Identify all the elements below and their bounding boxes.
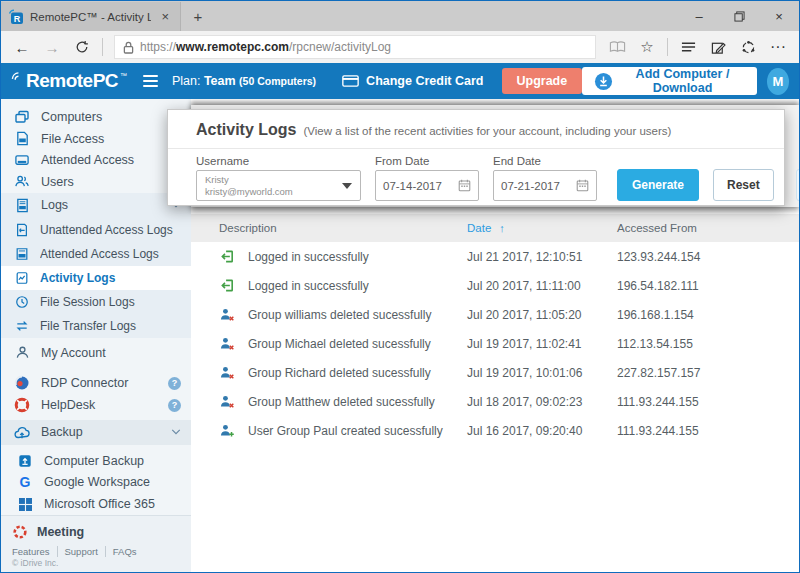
sidebar-item-activity-logs[interactable]: Activity Logs xyxy=(1,266,191,290)
row-accessed-from: 196.168.1.154 xyxy=(617,308,799,322)
from-date-input[interactable]: 07-14-2017 xyxy=(375,170,479,201)
sidebar-item-users[interactable]: Users xyxy=(1,171,191,193)
my-account-icon xyxy=(14,345,30,361)
login-icon xyxy=(219,278,235,294)
row-accessed-from: 111.93.244.155 xyxy=(617,424,799,438)
column-header-description[interactable]: Description xyxy=(219,222,467,234)
download-circle-icon xyxy=(594,72,613,91)
sidebar-item-rdp-connector[interactable]: RDP Connector ? xyxy=(1,373,191,395)
row-date: Jul 16 2017, 09:20:40 xyxy=(467,424,617,438)
remotepc-logo: RemotePC ™ xyxy=(11,70,127,92)
sidebar-item-computers[interactable]: Computers xyxy=(1,106,191,128)
computer-backup-icon xyxy=(17,453,33,469)
table-row: Group Michael deleted sucessfullyJul 19 … xyxy=(191,329,799,358)
hub-icon[interactable] xyxy=(675,34,701,60)
help-question-icon[interactable]: ? xyxy=(168,377,181,390)
back-icon[interactable]: ← xyxy=(9,34,35,60)
url-field[interactable]: https://www.remotepc.com/rpcnew/activity… xyxy=(114,35,596,59)
microsoft-office-icon xyxy=(17,496,33,512)
web-note-icon[interactable] xyxy=(705,34,731,60)
sidebar-group-backup: Backup xyxy=(1,420,191,445)
sidebar-item-file-transfer-logs[interactable]: File Transfer Logs xyxy=(1,314,191,338)
sidebar-item-meeting[interactable]: Meeting xyxy=(1,522,191,542)
sidebar-item-attended-access[interactable]: Attended Access xyxy=(1,149,191,171)
help-question-icon[interactable]: ? xyxy=(168,399,181,412)
footer-link-faqs[interactable]: FAQs xyxy=(105,546,144,557)
app-header: RemotePC ™ Plan: Team (50 Computers) Cha… xyxy=(1,63,799,99)
end-date-value: 07-21-2017 xyxy=(501,180,572,192)
row-description: Group williams deleted sucessfully xyxy=(248,308,431,322)
file-transfer-logs-icon xyxy=(14,318,29,333)
chevron-down-icon xyxy=(171,428,181,436)
sidebar-group-logs: Logs Unattended Access Logs Attended Acc… xyxy=(1,193,191,338)
calendar-icon[interactable] xyxy=(576,179,589,192)
new-tab-button[interactable]: + xyxy=(181,2,215,31)
svg-text:R: R xyxy=(14,13,21,23)
table-body: Logged in successfullyJul 21 2017, 12:10… xyxy=(191,242,799,445)
sidebar-item-helpdesk[interactable]: HelpDesk ? xyxy=(1,394,191,416)
sidebar-item-unattended-access-logs[interactable]: Unattended Access Logs xyxy=(1,218,191,242)
computers-icon xyxy=(14,109,30,125)
forward-icon[interactable]: → xyxy=(39,34,65,60)
user-avatar[interactable]: M xyxy=(767,68,789,95)
footer-link-features[interactable]: Features xyxy=(12,546,57,557)
url-text: https://www.remotepc.com/rpcnew/activity… xyxy=(140,40,391,54)
sidebar-item-computer-backup[interactable]: Computer Backup xyxy=(1,450,191,472)
change-credit-card-button[interactable]: Change Credit Card xyxy=(342,74,483,88)
column-header-accessed-from[interactable]: Accessed From xyxy=(617,222,799,234)
upgrade-button[interactable]: Upgrade xyxy=(502,68,583,94)
group-deleted-icon xyxy=(219,365,235,381)
reset-button[interactable]: Reset xyxy=(713,169,774,201)
sidebar-item-attended-access-logs[interactable]: Attended Access Logs xyxy=(1,242,191,266)
favorites-star-icon[interactable]: ☆ xyxy=(634,34,660,60)
plan-info: Plan: Team (50 Computers) xyxy=(172,74,316,88)
maximize-button[interactable] xyxy=(719,1,759,31)
row-accessed-from: 227.82.157.157 xyxy=(617,366,799,380)
calendar-icon[interactable] xyxy=(458,179,471,192)
sidebar-item-logs[interactable]: Logs xyxy=(1,193,191,218)
row-description: Group Michael deleted sucessfully xyxy=(248,337,431,351)
group-deleted-icon xyxy=(219,307,235,323)
group-deleted-icon xyxy=(219,336,235,352)
login-icon xyxy=(219,249,235,265)
generate-button[interactable]: Generate xyxy=(617,169,699,201)
sidebar-item-google-workspace[interactable]: G Google Workspace xyxy=(1,472,191,494)
browser-tab[interactable]: R RemotePC™ - Activity Logs × xyxy=(1,2,181,31)
username-dropdown[interactable]: Kristykristy@myworld.com xyxy=(196,170,361,201)
minimize-button[interactable]: – xyxy=(679,1,719,31)
logs-icon xyxy=(14,197,30,213)
sidebar-item-backup[interactable]: Backup xyxy=(1,420,191,445)
row-date: Jul 18 2017, 09:02:23 xyxy=(467,395,617,409)
app-body: Computers File Access Attended Access Us… xyxy=(1,99,799,572)
more-actions-icon[interactable]: ··· xyxy=(765,34,791,60)
sidebar: Computers File Access Attended Access Us… xyxy=(1,99,191,572)
refresh-icon[interactable] xyxy=(69,34,95,60)
table-row: Logged in successfullyJul 20 2017, 11:11… xyxy=(191,271,799,300)
tab-title: RemotePC™ - Activity Logs xyxy=(30,11,151,23)
add-computer-download-button[interactable]: Add Computer / Download xyxy=(582,67,757,95)
row-accessed-from: 196.54.182.111 xyxy=(617,279,799,293)
dropdown-arrow-icon xyxy=(342,183,352,189)
end-date-input[interactable]: 07-21-2017 xyxy=(493,170,597,201)
reading-view-icon[interactable] xyxy=(604,34,630,60)
sidebar-item-file-access[interactable]: File Access xyxy=(1,128,191,150)
tab-close-icon[interactable]: × xyxy=(157,9,173,24)
rdp-connector-icon xyxy=(14,375,30,391)
column-header-date[interactable]: Date↑ xyxy=(467,222,617,234)
end-date-label: End Date xyxy=(493,155,597,167)
row-date: Jul 19 2017, 11:02:41 xyxy=(467,337,617,351)
share-icon[interactable] xyxy=(735,34,761,60)
row-date: Jul 19 2017, 10:01:06 xyxy=(467,366,617,380)
sidebar-item-file-session-logs[interactable]: File Session Logs xyxy=(1,290,191,314)
sidebar-item-microsoft-office-365[interactable]: Microsoft Office 365 xyxy=(1,493,191,515)
from-date-label: From Date xyxy=(375,155,479,167)
sidebar-item-my-account[interactable]: My Account xyxy=(1,342,191,364)
footer-link-support[interactable]: Support xyxy=(57,546,105,557)
hamburger-menu-icon[interactable] xyxy=(143,72,158,90)
page-subtitle: (View a list of the recent activities fo… xyxy=(303,125,671,137)
row-accessed-from: 111.93.244.155 xyxy=(617,395,799,409)
table-row: Group Matthew deleted sucessfullyJul 18 … xyxy=(191,387,799,416)
lock-icon xyxy=(123,41,134,54)
view-scheduled-reports-button[interactable]: View Scheduled Reports xyxy=(796,169,799,201)
close-button[interactable]: × xyxy=(759,1,799,31)
